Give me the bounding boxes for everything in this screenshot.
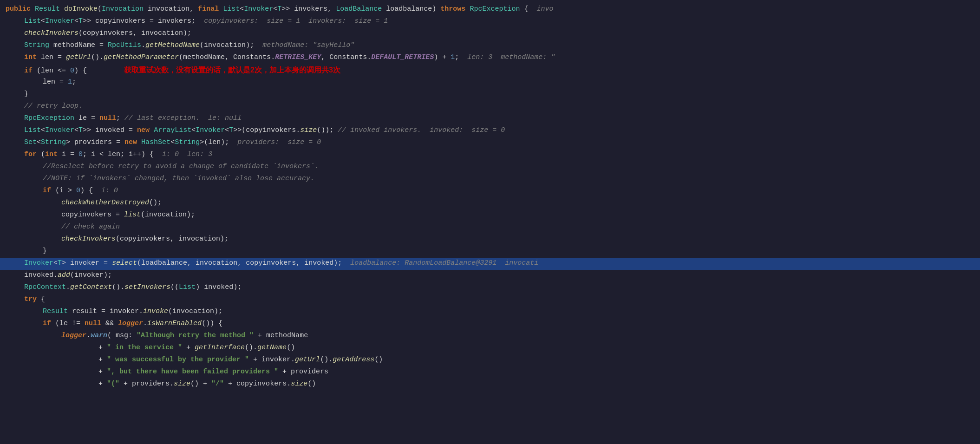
code-line: if (le != null && logger . isWarnEnabled…: [0, 318, 980, 330]
code-line: for ( int i = 0 ; i < len; i++) { i: 0 l…: [0, 149, 980, 161]
code-line: // check again: [0, 222, 980, 234]
code-line: checkWhetherDestroyed ();: [0, 197, 980, 209]
code-line: Result result = invoker. invoke (invocat…: [0, 306, 980, 318]
code-line: try {: [0, 294, 980, 306]
code-line: Set < String > providers = new HashSet <…: [0, 137, 980, 149]
code-line: + "(" + providers. size () + "/" + copyi…: [0, 379, 980, 391]
code-line: len = 1 ;: [0, 77, 980, 89]
code-line-highlighted: Invoker < T > invoker = select (loadbala…: [0, 258, 980, 270]
code-line: checkInvokers (copyinvokers, invocation)…: [0, 234, 980, 246]
code-line: String methodName = RpcUtils . getMethod…: [0, 40, 980, 52]
code-line: List < Invoker < T >> copyinvokers = inv…: [0, 16, 980, 28]
method-doInvoke: doInvoke: [64, 4, 98, 15]
code-editor: public Result doInvoke ( Invocation invo…: [0, 0, 980, 444]
code-line: RpcContext . getContext (). setInvokers …: [0, 282, 980, 294]
code-line: }: [0, 246, 980, 258]
code-line: logger . warn ( msg: "Although retry the…: [0, 330, 980, 342]
code-line: List < Invoker < T >> invoked = new Arra…: [0, 125, 980, 137]
code-line: RpcException le = null ; // last excepti…: [0, 113, 980, 125]
code-line: + " was successful by the provider " + i…: [0, 354, 980, 366]
code-line: //Reselect before retry to avoid a chang…: [0, 161, 980, 173]
code-line: //NOTE: if `invokers` changed, then `inv…: [0, 173, 980, 185]
code-line: // retry loop.: [0, 101, 980, 113]
code-line: if (i > 0 ) { i: 0: [0, 185, 980, 197]
keyword-public: public: [6, 4, 31, 15]
code-line: }: [0, 89, 980, 101]
code-line: + " in the service " + getInterface (). …: [0, 342, 980, 354]
type-result: Result: [35, 4, 60, 15]
code-line: public Result doInvoke ( Invocation invo…: [0, 4, 980, 16]
code-line: if (len <= 0 ) { 获取重试次数，没有设置的话，默认是2次，加上本…: [0, 64, 980, 77]
code-line: copyinvokers = list (invocation);: [0, 209, 980, 222]
code-line: invoked. add (invoker);: [0, 270, 980, 282]
code-line: + ", but there have been failed provider…: [0, 366, 980, 379]
code-line: checkInvokers (copyinvokers, invocation)…: [0, 28, 980, 40]
code-line: int len = getUrl (). getMethodParameter …: [0, 52, 980, 64]
